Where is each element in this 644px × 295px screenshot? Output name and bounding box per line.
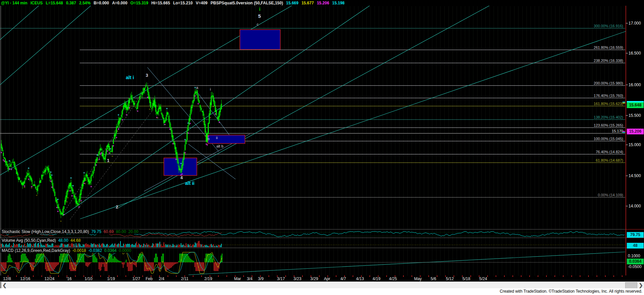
scroll-left-button[interactable]: ❮ <box>1 282 8 289</box>
title-segment-13: 15.677 <box>301 1 314 5</box>
date-label-413: 4/13 <box>356 276 364 281</box>
date-label-47: 4/7 <box>341 276 346 281</box>
date-label-24: 2/4 <box>159 276 165 281</box>
axis-badge-79.75: 79.75 <box>627 232 644 238</box>
wave-label-1-10: 1 <box>107 158 109 163</box>
axis-badge-48: 48 <box>627 243 644 249</box>
fib-label-123.6: 123.60% (15.265) <box>594 123 623 127</box>
title-segment-10: V=409 <box>196 1 208 5</box>
axis-badge-0.0364: 0.0364 <box>627 259 644 264</box>
wave-label-2-13: 2 <box>116 204 118 209</box>
title-segment-1: ICEUS <box>30 1 43 5</box>
stochastic-label-part-0: Stochastic Slow (High,Low,Close,14,3,3,1… <box>2 229 91 234</box>
date-label-1216: 12/16 <box>20 276 30 281</box>
volume_avg-label-part-2: 44.68 <box>71 238 81 243</box>
macd-label-part-2: -0.0382 <box>88 248 104 253</box>
wave-label-5-1: 5 <box>258 13 261 19</box>
price-tick-15.500: 15.500 <box>629 113 641 118</box>
wave-label-a-5: a <box>196 86 198 90</box>
price-tick-14.000: 14.000 <box>629 204 641 208</box>
date-label-1224: 12/24 <box>44 276 55 281</box>
macd-axis--0.0500: -0.0500 <box>628 264 642 269</box>
wave-label-alt-i-3: alt i <box>126 75 134 80</box>
stochastic-label-part-4: 20.00 <box>128 229 138 234</box>
date-label-524: 5/24 <box>479 276 487 281</box>
wave-label-b-7: b <box>208 137 210 141</box>
title-segment-0: @YI - 144 min <box>1 1 27 5</box>
price-tick-16.500: 16.500 <box>629 51 641 56</box>
axis-badge-15.206: 15.206 <box>627 129 644 134</box>
chart-overlay: 300.00% (16.916)261.80% (16.559)238.20% … <box>0 6 644 275</box>
time-axis: 12/812/1612/24'161/101/191/27Feb2/42/112… <box>0 275 644 282</box>
volume_avg-label-part-1: 48.00 <box>58 238 71 243</box>
macd-label-part-0: MACD (12,26,9,Green,Red,DarkGray) <box>2 248 72 253</box>
chart-area[interactable]: 300.00% (16.916)261.80% (16.559)238.20% … <box>0 6 644 275</box>
stochastic-label-part-3: 80.00 <box>116 229 129 234</box>
stochastic-label-part-1: 79.75 <box>91 229 104 234</box>
scrollbar-thumb[interactable] <box>625 282 637 289</box>
fib-label-138.2: 138.20% (15.402) <box>594 115 623 119</box>
date-label-419: 4/19 <box>372 276 380 281</box>
title-segment-7: O=15.319 <box>131 1 148 5</box>
date-label-56: 5/6 <box>431 276 436 281</box>
quote-title-bar: @YI - 144 minICEUSL=15.6480.3872.54%B=0.… <box>0 0 644 6</box>
title-segment-8: Hi=15.665 <box>151 1 170 5</box>
scroll-right-button[interactable]: ❯ <box>638 282 644 289</box>
title-segment-15: 15.198 <box>332 1 345 5</box>
price-tick-14.500: 14.500 <box>629 173 641 178</box>
title-segment-6: A=0.000 <box>112 1 128 5</box>
wave-label-alt-ii-12: alt ii <box>185 181 194 186</box>
fib-label-300: 300.00% (16.916) <box>594 24 623 28</box>
fib-label-200: 200.00% (15.980) <box>594 81 623 85</box>
date-label-128: 12/8 <box>3 276 11 281</box>
macd-axis-0.1000: 0.1000 <box>628 254 640 258</box>
wave-label-i-0: i <box>259 6 260 12</box>
title-segment-2: L=15.648 <box>46 1 63 5</box>
title-segment-11: PBSPSquat5.0version (50,FALSE,150) <box>211 1 283 5</box>
price-tick-16.000: 16.000 <box>629 83 641 87</box>
fib-label-76.4: 76.40% (14.824) <box>596 150 623 154</box>
panel-label-volume_avg: Volume Avg (50,50,Cyan,Red) 48.00 44.68 <box>1 238 82 243</box>
fib-label-61.8: 61.80% (14.687) <box>596 158 623 162</box>
status-bar: Created with TradeStation. ©TradeStation… <box>0 288 644 295</box>
macd-label-part-1: -0.0018 <box>72 248 88 253</box>
title-segment-4: 2.54% <box>79 1 91 5</box>
panel-label-macd: MACD (12,26,9,Green,Red,DarkGray) -0.001… <box>1 248 132 253</box>
axis-badge-15.648: 15.648 <box>627 102 644 108</box>
fib-label-161.8: 161.80% (15.623) <box>594 102 623 106</box>
volume_avg-label-part-0: Volume Avg (50,50,Cyan,Red) <box>2 238 58 243</box>
date-label-512: 5/12 <box>446 276 454 281</box>
date-label-119: 1/19 <box>107 276 115 281</box>
title-segment-12: 15.669 <box>286 1 298 5</box>
date-label-323: 3/23 <box>293 276 301 281</box>
date-label-127: 1/27 <box>132 276 140 281</box>
wave-label-alt-b-9: alt b <box>216 144 223 148</box>
wave-label-ii-8: ii <box>216 136 218 140</box>
date-label-16: '16 <box>66 276 72 281</box>
date-label-219: 2/19 <box>204 276 212 281</box>
date-label-May: May <box>414 276 422 281</box>
fib-label-100: 100.00% (15.045) <box>594 137 623 141</box>
fib-label-261.8: 261.80% (16.559) <box>594 45 623 50</box>
price-tick-17.000: 17.000 <box>629 21 641 26</box>
fib-label-0: 0.00% (14.109) <box>598 193 623 197</box>
panel-label-stochastic: Stochastic Slow (High,Low,Close,14,3,3,1… <box>1 229 139 234</box>
date-label-211: 2/11 <box>181 276 188 281</box>
wave-label-3-4: 3 <box>146 73 148 78</box>
date-label-Feb: Feb <box>146 276 153 281</box>
stochastic-label-part-2: 60.69 <box>104 229 116 234</box>
date-label-425: 4/25 <box>389 276 397 281</box>
title-segment-3: 0.387 <box>66 1 76 5</box>
date-label-317: 3/17 <box>277 276 285 281</box>
horizontal-scrollbar[interactable]: ❮ ❯ <box>0 282 644 289</box>
wave-label-i-6: i <box>210 87 211 91</box>
wave-label-4-11: 4 <box>180 175 183 180</box>
date-label-Mar: Mar <box>234 276 241 281</box>
price-level-label: 15.170 <box>612 129 623 133</box>
date-label-518: 5/18 <box>462 276 470 281</box>
date-label-110: 1/10 <box>84 276 92 281</box>
price-tick-15.000: 15.000 <box>629 142 641 147</box>
wave-label-c-2: c <box>257 22 259 26</box>
fib-label-176.4: 176.40% (15.760) <box>594 94 623 98</box>
macd-label-part-3: 0.0364 <box>104 248 119 253</box>
